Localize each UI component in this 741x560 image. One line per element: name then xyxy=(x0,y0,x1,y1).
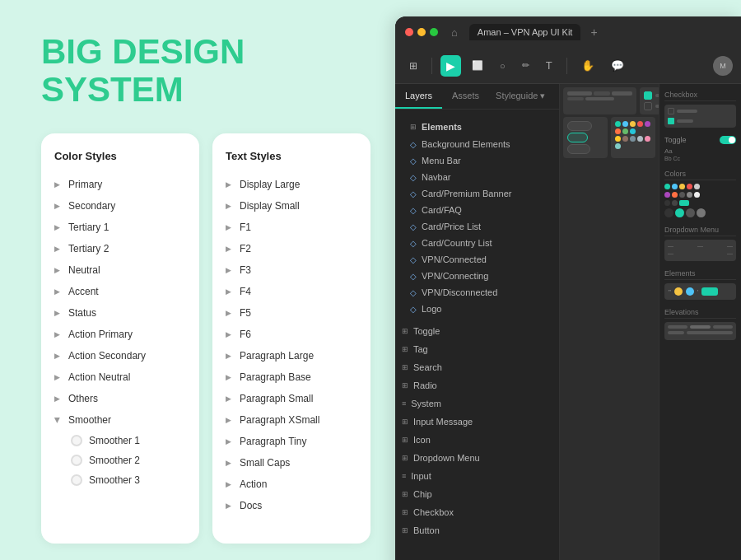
color-item-action-neutral[interactable]: ▶ Action Neutral xyxy=(54,366,186,388)
tab-styleguide[interactable]: Styleguide ▾ xyxy=(489,84,552,109)
sub-dot xyxy=(71,455,82,466)
search-section-header[interactable]: ⊞ Search xyxy=(395,358,559,376)
figma-tab[interactable]: Aman – VPN App UI Kit xyxy=(469,24,581,40)
layer-item-navbar[interactable]: ◇ Navbar xyxy=(403,169,551,185)
text-item-para-base[interactable]: ▶ Paragraph Base xyxy=(226,366,357,388)
input-section-header[interactable]: ≡ Input xyxy=(395,467,559,485)
tag-section-header[interactable]: ⊞ Tag xyxy=(395,340,559,358)
sub-item-smoother3[interactable]: Smoother 3 xyxy=(54,470,186,490)
chip-section-header[interactable]: ⊞ Chip xyxy=(395,485,559,503)
system-section-header[interactable]: ≡ System xyxy=(395,394,559,413)
elements-text: " xyxy=(669,288,671,296)
chip-row xyxy=(567,121,604,154)
color-item-label: Neutral xyxy=(68,264,100,276)
color-item-tertiary1[interactable]: ▶ Tertiary 1 xyxy=(54,217,186,238)
color-item-action-secondary[interactable]: ▶ Action Secondary xyxy=(54,345,186,366)
text-item-para-large[interactable]: ▶ Paragraph Large xyxy=(226,345,357,366)
sub-item-smoother2[interactable]: Smoother 2 xyxy=(54,450,186,470)
toolbar-frame-tool-btn[interactable]: ⬜ xyxy=(466,56,489,75)
color-item-neutral[interactable]: ▶ Neutral xyxy=(54,259,186,281)
add-tab-button[interactable]: + xyxy=(590,26,597,39)
text-item-f3[interactable]: ▶ F3 xyxy=(226,259,357,281)
text-item-f1[interactable]: ▶ F1 xyxy=(226,217,357,238)
text-item-display-large[interactable]: ▶ Display Large xyxy=(226,174,357,195)
section-label: Dropdown Menu xyxy=(413,453,480,463)
maximize-button[interactable] xyxy=(430,28,438,36)
color-item-smoother[interactable]: ▶ Smoother xyxy=(54,409,186,431)
layer-item-menubar[interactable]: ◇ Menu Bar xyxy=(403,152,551,169)
close-button[interactable] xyxy=(405,28,413,36)
right-section-title-elements: Elements xyxy=(664,269,736,280)
radio-section-header[interactable]: ⊞ Radio xyxy=(395,376,559,394)
toolbar-hand-btn[interactable]: ✋ xyxy=(576,55,600,76)
layer-item-vpn-disconnected[interactable]: ◇ VPN/Disconnected xyxy=(403,284,551,301)
page-title: BIG DESIGN SYSTEM xyxy=(41,33,370,109)
text-item-label: F2 xyxy=(240,243,251,254)
text-item-f6[interactable]: ▶ F6 xyxy=(226,324,357,345)
color-bar-accent xyxy=(679,200,689,206)
mock-bars-2 xyxy=(567,97,632,100)
toolbar-select-btn[interactable]: ▶ xyxy=(440,55,461,77)
home-icon[interactable]: ⌂ xyxy=(451,26,458,39)
text-item-para-xsmall[interactable]: ▶ Paragraph XSmall xyxy=(226,409,357,431)
layer-item-logo[interactable]: ◇ Logo xyxy=(403,301,551,317)
arrow-icon: ▶ xyxy=(226,330,231,338)
minimize-button[interactable] xyxy=(417,28,426,36)
elements-section-header[interactable]: ⊞ Elements xyxy=(403,118,551,136)
layer-item-card-price[interactable]: ◇ Card/Price List xyxy=(403,218,551,235)
panel-tabs: Layers Assets Styleguide ▾ xyxy=(395,84,559,110)
figma-body: Layers Assets Styleguide ▾ ⊞ Elements ◇ xyxy=(395,84,741,560)
toolbar-separator xyxy=(431,58,432,74)
toolbar-frame-btn[interactable]: ⊞ xyxy=(403,56,423,76)
checkbox-section-header[interactable]: ⊞ Checkbox xyxy=(395,503,559,521)
color-item-action-primary[interactable]: ▶ Action Primary xyxy=(54,324,186,345)
toggle-knob xyxy=(729,137,735,143)
layer-item-vpn-connecting[interactable]: ◇ VPN/Connecting xyxy=(403,268,551,284)
text-item-display-small[interactable]: ▶ Display Small xyxy=(226,195,357,217)
color-item-status[interactable]: ▶ Status xyxy=(54,302,186,324)
text-item-action[interactable]: ▶ Action xyxy=(226,474,357,495)
text-item-docs[interactable]: ▶ Docs xyxy=(226,495,357,516)
color-item-secondary[interactable]: ▶ Secondary xyxy=(54,195,186,217)
color-item-others[interactable]: ▶ Others xyxy=(54,388,186,409)
text-item-f2[interactable]: ▶ F2 xyxy=(226,238,357,259)
check-row-2 xyxy=(644,102,659,110)
input-message-section-header[interactable]: ⊞ Input Message xyxy=(395,413,559,431)
layer-item-vpn-connected[interactable]: ◇ VPN/Connected xyxy=(403,251,551,268)
layer-item-background[interactable]: ◇ Background Elements xyxy=(403,136,551,152)
sub-item-smoother1[interactable]: Smoother 1 xyxy=(54,431,186,450)
toolbar-shape-btn[interactable]: ○ xyxy=(494,57,511,75)
layer-item-card-premium[interactable]: ◇ Card/Premium Banner xyxy=(403,185,551,202)
checkbox-preview-box xyxy=(664,105,736,128)
chip-item-active xyxy=(567,133,588,142)
right-section-elements: Elements " ' xyxy=(664,269,736,300)
text-item-para-tiny[interactable]: ▶ Paragraph Tiny xyxy=(226,431,357,452)
dropdown-section-header[interactable]: ⊞ Dropdown Menu xyxy=(395,449,559,467)
right-section-colors: Colors xyxy=(664,170,736,217)
color-dot-black xyxy=(664,200,670,206)
icon-section-header[interactable]: ⊞ Icon xyxy=(395,431,559,449)
button-section-header[interactable]: ⊞ Button xyxy=(395,521,559,539)
color-item-primary[interactable]: ▶ Primary xyxy=(54,174,186,195)
text-item-f4[interactable]: ▶ F4 xyxy=(226,281,357,302)
text-item-f5[interactable]: ▶ F5 xyxy=(226,302,357,324)
layer-label: Card/Country List xyxy=(422,238,492,248)
text-item-para-small[interactable]: ▶ Paragraph Small xyxy=(226,388,357,409)
toggle-section-header[interactable]: ⊞ Toggle xyxy=(395,322,559,340)
color-swatch xyxy=(615,136,621,142)
text-item-small-caps[interactable]: ▶ Small Caps xyxy=(226,452,357,474)
color-row-1 xyxy=(664,184,736,189)
tab-layers[interactable]: Layers xyxy=(395,84,442,109)
color-item-tertiary2[interactable]: ▶ Tertiary 2 xyxy=(54,238,186,259)
color-swatch xyxy=(615,143,621,149)
mock-bar xyxy=(585,97,614,100)
toolbar-pen-btn[interactable]: ✏ xyxy=(516,56,535,75)
color-item-accent[interactable]: ▶ Accent xyxy=(54,281,186,302)
checkbox-unchecked xyxy=(644,102,652,110)
toolbar-text-btn[interactable]: T xyxy=(540,55,558,76)
arrow-icon: ▶ xyxy=(54,266,60,274)
layer-item-card-country[interactable]: ◇ Card/Country List xyxy=(403,235,551,251)
tab-assets[interactable]: Assets xyxy=(442,84,489,109)
toolbar-comment-btn[interactable]: 💬 xyxy=(605,55,630,76)
layer-item-card-faq[interactable]: ◇ Card/FAQ xyxy=(403,202,551,218)
